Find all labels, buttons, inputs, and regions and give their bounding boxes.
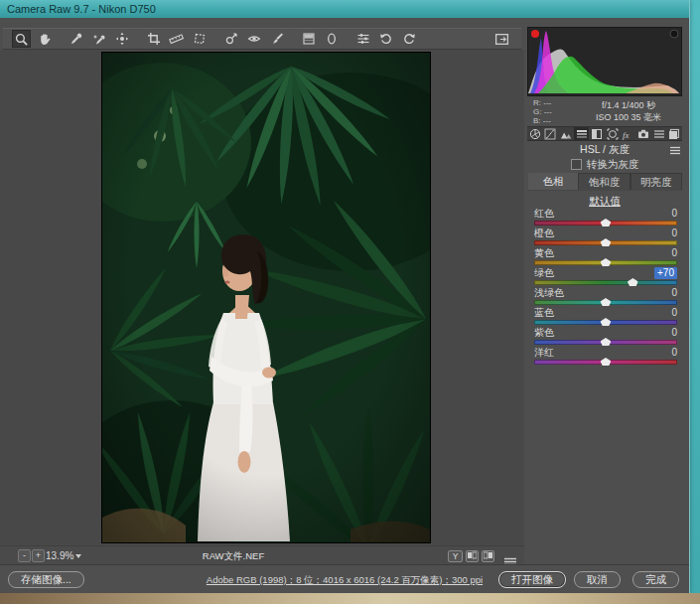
hue-slider-黄色: 黄色 0 — [534, 247, 677, 267]
slider-thumb[interactable] — [601, 298, 612, 306]
cancel-button[interactable]: 取消 — [574, 571, 621, 588]
slider-value[interactable]: 0 — [671, 287, 677, 299]
convert-grayscale-checkbox[interactable] — [571, 159, 582, 170]
open-image-button[interactable]: 打开图像 — [498, 571, 566, 588]
effects-panel-icon[interactable]: fx — [621, 127, 636, 140]
copy-settings-button[interactable] — [482, 550, 494, 562]
panel-title: HSL / 灰度 — [580, 143, 630, 155]
slider-label: 紫色 — [534, 327, 554, 339]
grayscale-option: 转换为灰度 — [527, 158, 682, 171]
slider-label: 蓝色 — [534, 307, 554, 319]
exposure-info: f/1.4 1/400 秒 ISO 100 35 毫米 — [575, 99, 682, 123]
slider-value[interactable]: 0 — [671, 347, 677, 359]
zoom-dropdown-arrow-icon[interactable] — [75, 554, 81, 558]
spot-removal-tool-icon[interactable] — [221, 30, 240, 48]
rotate-right-icon[interactable] — [399, 30, 418, 48]
preview-status-bar: - + 13.9% RAW文件.NEF Y — [0, 545, 524, 565]
slider-value[interactable]: 0 — [671, 247, 677, 259]
slider-label: 浅绿色 — [534, 287, 564, 299]
slider-track[interactable] — [534, 320, 677, 325]
slider-track[interactable] — [534, 260, 677, 265]
slider-thumb[interactable] — [601, 258, 612, 266]
slider-thumb[interactable] — [601, 358, 612, 366]
filename: RAW文件.NEF — [179, 550, 288, 563]
slider-track[interactable] — [534, 280, 677, 285]
radial-filter-tool-icon[interactable] — [322, 30, 341, 48]
preferences-icon[interactable] — [353, 30, 372, 48]
tab-saturation[interactable]: 饱和度 — [578, 173, 630, 190]
panel-menu-icon[interactable] — [670, 145, 680, 158]
slider-label: 黄色 — [534, 247, 554, 259]
done-button[interactable]: 完成 — [632, 571, 679, 588]
hsl-grayscale-panel-icon[interactable] — [574, 127, 590, 140]
desktop-wallpaper-bottom — [0, 593, 700, 604]
window-titlebar: Camera Raw 9.7 - Nikon D750 — [0, 0, 689, 18]
slider-track[interactable] — [534, 240, 677, 245]
tab-luminance[interactable]: 明亮度 — [630, 173, 682, 190]
window-title: Camera Raw 9.7 - Nikon D750 — [7, 3, 156, 15]
hue-slider-绿色: 绿色 +70 — [534, 267, 677, 287]
targeted-adjustment-tool-icon[interactable] — [112, 30, 131, 48]
slider-track[interactable] — [534, 221, 677, 226]
detail-panel-icon[interactable] — [558, 127, 574, 140]
slider-value[interactable]: +70 — [654, 267, 677, 279]
panel-tab-strip: fx — [527, 126, 682, 141]
lens-corrections-panel-icon[interactable] — [605, 127, 621, 140]
svg-text:fx: fx — [623, 129, 630, 139]
zoom-tool-icon[interactable] — [12, 30, 31, 48]
slider-track[interactable] — [534, 300, 677, 305]
zoom-in-button[interactable]: + — [32, 549, 45, 562]
hue-slider-浅绿色: 浅绿色 0 — [534, 287, 677, 307]
slider-label: 红色 — [534, 208, 554, 220]
hand-tool-icon[interactable] — [35, 30, 54, 48]
presets-panel-icon[interactable] — [651, 127, 667, 140]
hsl-tabs: 色相 饱和度 明亮度 — [528, 173, 682, 191]
rotate-left-icon[interactable] — [376, 30, 395, 48]
tab-hue[interactable]: 色相 — [528, 173, 578, 190]
red-eye-tool-icon[interactable] — [244, 30, 263, 48]
slider-value[interactable]: 0 — [671, 307, 677, 319]
zoom-level[interactable]: 13.9% — [46, 550, 73, 561]
graduated-filter-tool-icon[interactable] — [299, 30, 318, 48]
camera-calibration-panel-icon[interactable] — [635, 127, 651, 140]
adjustment-brush-tool-icon[interactable] — [267, 30, 286, 48]
crop-tool-icon[interactable] — [144, 30, 163, 48]
slider-value[interactable]: 0 — [671, 227, 677, 239]
straighten-tool-icon[interactable] — [167, 30, 186, 48]
snapshots-panel-icon[interactable] — [666, 127, 682, 140]
basic-panel-icon[interactable] — [527, 127, 543, 140]
slider-value[interactable]: 0 — [671, 208, 677, 220]
histogram — [527, 27, 682, 96]
slider-thumb[interactable] — [601, 318, 612, 326]
slider-track[interactable] — [534, 340, 677, 345]
split-toning-panel-icon[interactable] — [589, 127, 605, 140]
photo[interactable] — [101, 52, 431, 543]
tone-curve-panel-icon[interactable] — [543, 127, 559, 140]
slider-thumb[interactable] — [601, 238, 612, 246]
slider-label: 橙色 — [534, 227, 554, 239]
hue-sliders: 红色 0 橙色 0 黄色 0 绿色 +70 浅绿色 0 蓝色 — [534, 208, 677, 367]
zoom-out-button[interactable]: - — [18, 549, 31, 562]
fullscreen-toggle-icon[interactable] — [492, 30, 511, 48]
default-values-link[interactable]: 默认值 — [527, 195, 682, 209]
slider-value[interactable]: 0 — [671, 327, 677, 339]
slider-thumb[interactable] — [628, 278, 638, 286]
camera-raw-window: Camera Raw 9.7 - Nikon D750 R: --- G: --… — [0, 0, 690, 593]
slider-track[interactable] — [534, 360, 677, 365]
toolbar — [3, 28, 521, 50]
slider-thumb[interactable] — [601, 219, 612, 226]
shadow-clipping-indicator[interactable] — [531, 30, 539, 38]
exposure-settings: f/1.4 1/400 秒 — [575, 99, 682, 111]
iso-focal-length: ISO 100 35 毫米 — [575, 111, 682, 123]
slider-thumb[interactable] — [601, 338, 612, 346]
white-balance-tool-icon[interactable] — [67, 30, 85, 48]
color-sampler-tool-icon[interactable] — [89, 30, 108, 48]
hue-slider-紫色: 紫色 0 — [534, 327, 677, 347]
before-after-toggle-button[interactable]: Y — [448, 550, 463, 562]
swap-before-after-button[interactable] — [466, 550, 479, 562]
transform-tool-icon[interactable] — [190, 30, 209, 48]
image-preview-area — [0, 50, 524, 545]
highlight-clipping-indicator[interactable] — [670, 30, 678, 38]
hue-slider-洋红: 洋红 0 — [534, 347, 677, 367]
panel-header: HSL / 灰度 — [527, 143, 682, 156]
